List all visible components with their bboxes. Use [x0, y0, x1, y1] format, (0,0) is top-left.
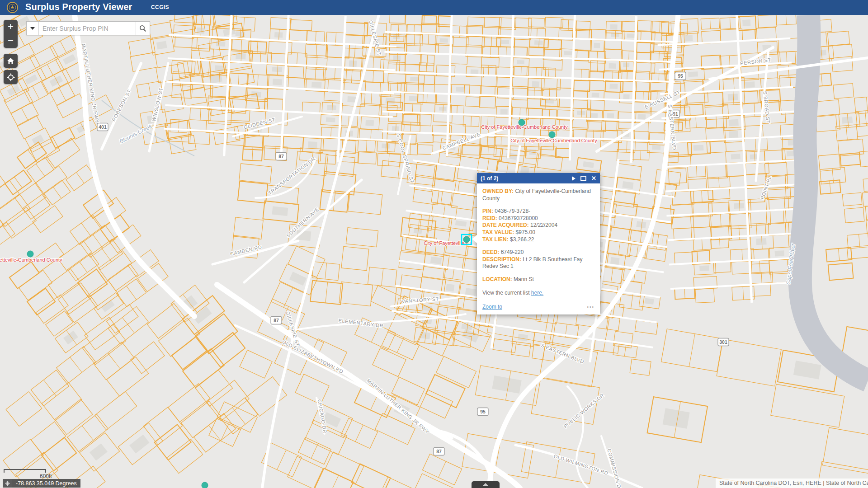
field-value: 0436793728000	[497, 215, 538, 221]
pin-search-widget	[26, 21, 150, 35]
maximize-icon	[580, 176, 586, 181]
route-shield: 87	[276, 153, 287, 160]
search-button[interactable]	[136, 22, 150, 35]
popup-field: DESCRIPTION: Lt 2 Blk B Southeast Fay Re…	[482, 256, 594, 270]
route-shield: 401	[97, 123, 108, 131]
popup-field: LOCATION: Mann St	[482, 276, 594, 283]
search-source-dropdown[interactable]	[27, 22, 39, 35]
surplus-property-marker[interactable]	[202, 482, 208, 488]
popup-anchor-arrow	[472, 235, 477, 243]
search-icon	[139, 25, 146, 32]
map-canvas[interactable]: 4018787879595301301MARTIN LUTHER KING JR…	[0, 15, 868, 488]
maximize-button[interactable]	[580, 176, 586, 181]
popup-field: TAX VALUE: $975.00	[482, 229, 594, 236]
popup-field: OWNED BY: City of Fayetteville-Cumberlan…	[482, 188, 594, 202]
surplus-property-marker[interactable]	[549, 131, 555, 138]
svg-text:87: 87	[274, 318, 279, 323]
field-value: $3,266.22	[509, 236, 534, 243]
field-label: REID:	[482, 215, 497, 221]
crosshair-icon	[5, 481, 10, 486]
zoom-to-link[interactable]: Zoom to	[482, 304, 502, 311]
popup-field: DEED: 6749-220	[482, 249, 594, 256]
zoom-in-button[interactable]: +	[4, 20, 18, 34]
popup-body: OWNED BY: City of Fayetteville-Cumberlan…	[477, 183, 600, 314]
route-shield: 87	[434, 448, 444, 455]
field-label: DATE ACQUIRED:	[482, 222, 529, 228]
search-input[interactable]	[39, 22, 136, 35]
locate-icon	[7, 73, 15, 81]
popup-header: (1 of 2) ✕	[477, 173, 600, 183]
popup-field: DATE ACQUIRED: 12/22/2004	[482, 222, 594, 229]
svg-text:301: 301	[719, 339, 727, 345]
svg-text:87: 87	[278, 154, 284, 159]
app-title: Surplus Property Viewer	[25, 2, 132, 12]
current-list-link[interactable]: here.	[531, 290, 543, 296]
scalebar-label: 600ft	[40, 473, 52, 479]
note-text: View the current list	[482, 290, 531, 296]
coordinates-widget: -78.863 35.049 Degrees	[3, 479, 80, 488]
popup-field: PIN: 0436-79-3728-	[482, 208, 594, 215]
zoom-out-button[interactable]: −	[4, 34, 18, 48]
route-shield: 95	[477, 408, 488, 416]
field-label: DESCRIPTION:	[482, 256, 521, 263]
surplus-property-marker[interactable]	[519, 119, 525, 126]
field-label: OWNED BY:	[482, 188, 514, 194]
close-icon: ✕	[591, 175, 596, 181]
next-feature-button[interactable]	[572, 176, 576, 181]
field-label: TAX LIEN:	[482, 236, 509, 243]
route-shield: 95	[675, 72, 686, 80]
popup-field: REID: 0436793728000	[482, 215, 594, 222]
app-header: Surplus Property Viewer CCGIS	[0, 0, 868, 15]
field-label: DEED:	[482, 249, 499, 255]
owner-label: Fayetteville-Cumberland County	[0, 257, 62, 263]
map-attribution: State of North Carolina DOT, Esri, HERE …	[716, 479, 868, 488]
field-value: $975.00	[514, 229, 535, 235]
map-nav-controls: + −	[4, 20, 18, 84]
surplus-property-marker[interactable]	[27, 251, 33, 257]
arrow-right-icon	[572, 176, 576, 181]
popup-pager: (1 of 2)	[481, 175, 498, 182]
field-value: 0436-79-3728-	[493, 208, 530, 214]
route-shield: 301	[718, 338, 729, 346]
svg-text:87: 87	[436, 449, 442, 454]
svg-text:95: 95	[480, 409, 486, 414]
route-shield: 87	[271, 317, 282, 324]
field-label: PIN:	[482, 208, 493, 214]
scalebar-line	[4, 469, 46, 473]
owner-label: City of Fayetteville-Cumberland County	[481, 124, 568, 130]
owner-label: City of Fayetteville-Cumberland County	[510, 138, 597, 143]
surplus-property-marker[interactable]	[463, 236, 470, 243]
current-list-note: View the current list here.	[482, 290, 594, 297]
field-value: 12/22/2004	[529, 222, 557, 228]
county-seal-logo	[7, 2, 18, 13]
field-value: Mann St	[512, 276, 534, 282]
svg-text:95: 95	[678, 73, 683, 79]
attribute-table-toggle[interactable]	[472, 481, 500, 488]
field-value: 6749-220	[499, 249, 524, 255]
popup-footer: Zoom to •••	[482, 304, 594, 311]
coordinates-readout: -78.863 35.049 Degrees	[12, 480, 80, 487]
popup-fields: OWNED BY: City of Fayetteville-Cumberlan…	[482, 188, 594, 283]
field-label: TAX VALUE:	[482, 229, 514, 235]
popup-field: TAX LIEN: $3,266.22	[482, 236, 594, 244]
home-button[interactable]	[4, 54, 18, 68]
org-label: CCGIS	[151, 4, 169, 10]
feature-popup: (1 of 2) ✕ OWNED BY: City of Fayettevill…	[477, 173, 600, 314]
locate-button[interactable]	[4, 70, 18, 84]
svg-text:401: 401	[99, 124, 107, 130]
chevron-down-icon	[30, 27, 35, 30]
home-icon	[7, 57, 14, 65]
close-button[interactable]: ✕	[591, 175, 596, 181]
chevron-up-icon	[482, 483, 489, 486]
more-actions-button[interactable]: •••	[587, 304, 594, 310]
field-label: LOCATION:	[482, 276, 512, 282]
coordinates-toggle[interactable]	[3, 479, 12, 488]
scalebar: 600ft	[4, 469, 52, 479]
